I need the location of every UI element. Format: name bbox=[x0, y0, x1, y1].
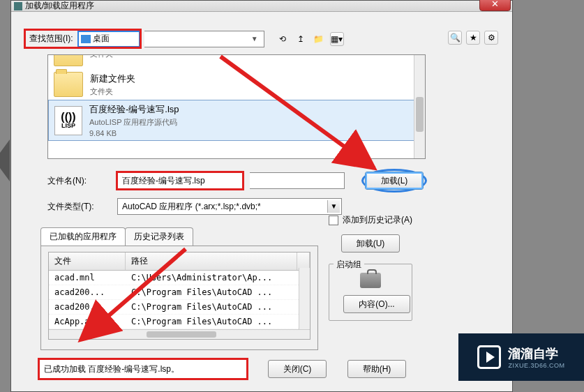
tab-label: 历史记录列表 bbox=[134, 232, 184, 241]
lookin-highlight: 查找范围(I): 桌面 bbox=[25, 30, 140, 47]
folder-icon bbox=[54, 72, 83, 97]
cell-file: acad200... bbox=[49, 285, 126, 299]
lookin-dropdown-ext[interactable]: ▼ bbox=[144, 31, 264, 47]
file-name: 百度经验-编号速写.lsp bbox=[89, 103, 179, 116]
close-button[interactable]: 关闭(C) bbox=[268, 360, 327, 378]
filename-input-ext[interactable] bbox=[250, 172, 345, 189]
filename-value: 百度经验-编号速写.lsp bbox=[122, 175, 205, 187]
startup-legend: 启动组 bbox=[334, 259, 364, 271]
filename-input[interactable]: 百度经验-编号速写.lsp bbox=[117, 172, 243, 189]
view-menu-icon[interactable]: ▦▾ bbox=[330, 32, 344, 46]
tab-label: 已加载的应用程序 bbox=[50, 232, 117, 241]
lookin-value: 桌面 bbox=[93, 33, 110, 45]
filetype-label: 文件类型(T): bbox=[47, 201, 110, 213]
contents-button-label: 内容(O)... bbox=[359, 299, 394, 310]
add-to-history-row: 添加到历史记录(A) bbox=[329, 214, 412, 226]
cell-file: acad.mnl bbox=[49, 271, 126, 285]
cell-file: AcApp.arx bbox=[49, 315, 126, 329]
file-item-folder[interactable]: 新建文件夹 文件夹 bbox=[48, 69, 425, 100]
add-to-history-checkbox[interactable] bbox=[329, 216, 338, 225]
status-box: 已成功加载 百度经验-编号速写.lsp。 bbox=[39, 359, 247, 379]
options-tool-icon[interactable]: ⚙ bbox=[484, 31, 498, 45]
cell-path: C:\Program Files\AutoCAD ... bbox=[126, 285, 297, 299]
startup-group: 启动组 内容(O)... bbox=[329, 264, 412, 321]
file-nav-toolbar: ⟲ ↥ 📁 ▦▾ bbox=[276, 32, 344, 46]
tab-history[interactable]: 历史记录列表 bbox=[125, 227, 193, 246]
window-title: 加载/卸载应用程序 bbox=[25, 0, 94, 12]
contents-button[interactable]: 内容(O)... bbox=[343, 295, 410, 313]
close-button-label: 关闭(C) bbox=[283, 363, 312, 375]
help-button[interactable]: 帮助(H) bbox=[347, 360, 406, 378]
folder-icon bbox=[54, 54, 83, 66]
file-item-lisp[interactable]: (()) LISP 百度经验-编号速写.lsp AutoLISP 应用程序源代码… bbox=[48, 100, 425, 141]
tab-loaded-apps[interactable]: 已加载的应用程序 bbox=[40, 227, 126, 246]
cell-path: C:\Program Files\AutoCAD ... bbox=[126, 300, 297, 314]
play-icon bbox=[477, 345, 501, 369]
table-row[interactable]: acad200... C:\Program Files\AutoCAD ... … bbox=[49, 285, 310, 300]
close-window-button[interactable]: ✕ bbox=[479, 0, 511, 11]
filetype-dropdown[interactable]: AutoCAD 应用程序 (*.arx;*.lsp;*.dvb;* ▼ bbox=[117, 198, 342, 215]
file-size: 9.84 KB bbox=[89, 129, 179, 137]
file-subtext: 文件夹 bbox=[90, 54, 113, 59]
file-list-scrollbar[interactable] bbox=[414, 55, 425, 158]
lookin-label: 查找范围(I): bbox=[25, 30, 77, 47]
loaded-apps-pane: 文件 路径 acad.mnl C:\Users\Administrator\Ap… bbox=[40, 246, 318, 350]
cell-file: acad200... bbox=[49, 300, 126, 314]
status-text: 已成功加载 百度经验-编号速写.lsp。 bbox=[44, 363, 179, 375]
file-subtext: 文件夹 bbox=[90, 86, 135, 97]
extra-tools: 🔍 ★ ⚙ bbox=[448, 31, 498, 45]
dropdown-arrow-icon: ▼ bbox=[251, 35, 261, 43]
help-button-label: 帮助(H) bbox=[363, 363, 391, 375]
filetype-value: AutoCAD 应用程序 (*.arx;*.lsp;*.dvb;* bbox=[122, 201, 261, 213]
loaded-apps-table: 文件 路径 acad.mnl C:\Users\Administrator\Ap… bbox=[48, 252, 310, 340]
briefcase-icon[interactable] bbox=[360, 273, 381, 288]
table-vscroll[interactable] bbox=[299, 268, 310, 329]
watermark-brand: 溜溜自学 bbox=[508, 347, 558, 361]
favorites-tool-icon[interactable]: ★ bbox=[466, 31, 480, 45]
back-icon[interactable]: ⟲ bbox=[276, 32, 290, 46]
file-item-folder-partial[interactable]: 文件夹 bbox=[48, 54, 425, 69]
decorative-triangle bbox=[0, 140, 10, 181]
watermark: 溜溜自学 ZIXUE.3D66.COM bbox=[458, 333, 584, 381]
filename-label: 文件名(N): bbox=[47, 175, 110, 187]
lisp-icon-label: LISP bbox=[61, 122, 75, 129]
col-path[interactable]: 路径 bbox=[126, 252, 297, 270]
load-button[interactable]: 加载(L) bbox=[365, 172, 424, 190]
lisp-file-icon: (()) LISP bbox=[54, 106, 82, 135]
dropdown-arrow-icon: ▼ bbox=[327, 200, 340, 213]
cell-path: C:\Program Files\AutoCAD ... bbox=[126, 315, 297, 329]
new-folder-icon[interactable]: 📁 bbox=[312, 32, 326, 46]
lookin-dropdown[interactable]: 桌面 bbox=[77, 31, 140, 47]
file-name: 新建文件夹 bbox=[90, 73, 135, 85]
search-tool-icon[interactable]: 🔍 bbox=[448, 31, 462, 45]
load-unload-dialog: 加载/卸载应用程序 ✕ 查找范围(I): 桌面 ▼ ⟲ ↥ 📁 ▦▾ 🔍 bbox=[10, 0, 513, 392]
desktop-icon bbox=[81, 35, 91, 43]
col-file[interactable]: 文件 bbox=[49, 252, 126, 270]
load-button-highlight: 加载(L) bbox=[361, 169, 427, 193]
load-button-label: 加载(L) bbox=[381, 175, 408, 187]
table-row[interactable]: AcApp.arx C:\Program Files\AutoCAD ... ▦ bbox=[49, 315, 310, 329]
app-tabs: 已加载的应用程序 历史记录列表 bbox=[40, 227, 498, 246]
add-to-history-label: 添加到历史记录(A) bbox=[343, 214, 412, 226]
table-row[interactable]: acad200... C:\Program Files\AutoCAD ... … bbox=[49, 300, 310, 315]
table-row[interactable]: acad.mnl C:\Users\Administrator\Ap... ▦ bbox=[49, 271, 310, 285]
up-icon[interactable]: ↥ bbox=[294, 32, 308, 46]
unload-button[interactable]: 卸载(U) bbox=[341, 234, 400, 252]
file-subtext: AutoLISP 应用程序源代码 bbox=[89, 117, 179, 128]
file-list[interactable]: 文件夹 新建文件夹 文件夹 (()) LISP 百度经验-编号速写.lsp Au… bbox=[47, 54, 426, 159]
table-hscroll[interactable] bbox=[49, 329, 310, 339]
app-icon bbox=[14, 2, 22, 10]
cell-path: C:\Users\Administrator\Ap... bbox=[126, 271, 297, 285]
watermark-url: ZIXUE.3D66.COM bbox=[508, 362, 564, 369]
titlebar: 加载/卸载应用程序 bbox=[11, 1, 512, 12]
unload-button-label: 卸载(U) bbox=[357, 238, 385, 250]
